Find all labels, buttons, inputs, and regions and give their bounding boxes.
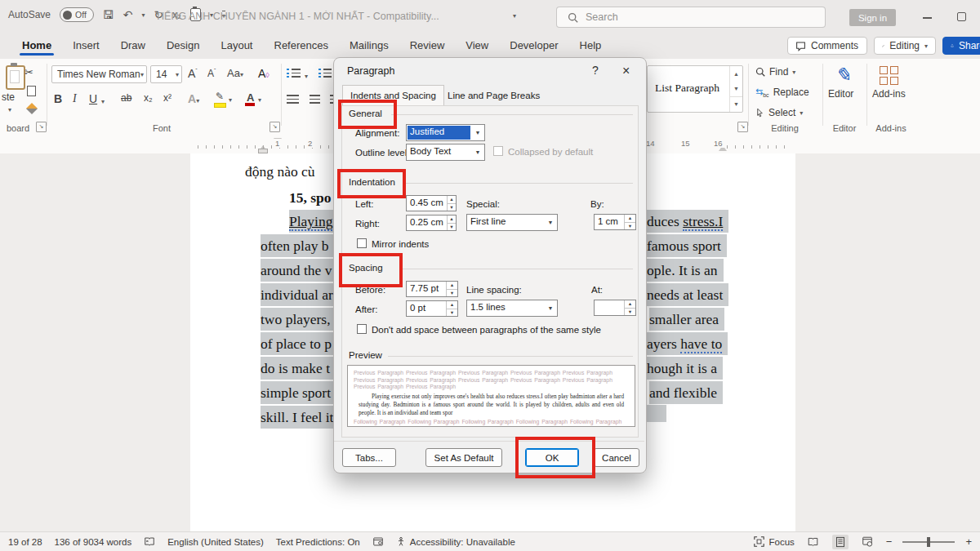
bullets-chevron-icon[interactable]: ▾ <box>305 73 308 80</box>
dont-add-space-checkbox[interactable] <box>357 324 367 334</box>
minimize-icon[interactable] <box>923 17 932 19</box>
tab-layout[interactable]: Layout <box>210 34 263 57</box>
text-effects-icon[interactable]: A▾ <box>188 93 199 104</box>
grow-font-icon[interactable]: Aˆ <box>188 68 198 79</box>
comments-button[interactable]: Comments <box>787 37 867 55</box>
save-icon[interactable]: 🖫︎ <box>103 9 114 20</box>
bullets-icon[interactable] <box>287 69 289 78</box>
font-size-combo[interactable]: 14▾ <box>150 65 182 83</box>
bold-icon[interactable]: B <box>54 93 62 104</box>
find-button[interactable]: Find▾ <box>755 66 795 78</box>
macro-record-icon[interactable] <box>372 536 384 547</box>
by-spinner[interactable]: 1 cm ▲▼ <box>594 214 636 230</box>
zoom-slider[interactable] <box>902 541 955 543</box>
style-gallery-more-icon[interactable]: ▼ <box>730 96 742 112</box>
indent-left-spinner[interactable]: 0.45 cm ▲▼ <box>406 195 457 211</box>
tab-references[interactable]: References <box>264 34 339 57</box>
tab-design[interactable]: Design <box>156 34 210 57</box>
tab-review[interactable]: Review <box>399 34 456 57</box>
style-gallery-scroll[interactable]: ▲ ▼ ▼ <box>729 66 742 112</box>
shrink-font-icon[interactable]: Aˇ <box>207 68 216 78</box>
accessibility-status[interactable]: Accessibility: Unavailable <box>396 536 515 547</box>
style-name[interactable]: List Paragraph <box>655 82 719 95</box>
add-ins-icon[interactable] <box>880 66 898 85</box>
format-painter-icon[interactable] <box>26 103 38 114</box>
word-count-status[interactable]: 136 of 9034 words <box>55 537 132 547</box>
zoom-in-button[interactable]: + <box>965 535 972 548</box>
tab-home[interactable]: Home <box>11 34 62 57</box>
indent-right-spinner[interactable]: 0.25 cm ▲▼ <box>406 215 457 231</box>
numbering-icon[interactable] <box>318 69 321 78</box>
dialog-help-icon[interactable]: ? <box>592 64 599 77</box>
ok-button[interactable]: OK <box>525 448 579 467</box>
highlight-chevron-icon[interactable]: ▾ <box>229 96 232 104</box>
style-gallery[interactable]: List Paragraph ▲ ▼ ▼ <box>647 65 743 113</box>
tab-indents-and-spacing[interactable]: Indents and Spacing <box>342 85 444 107</box>
tab-view[interactable]: View <box>455 34 499 57</box>
copy-icon[interactable] <box>27 86 36 96</box>
proofing-errors-icon[interactable] <box>144 536 155 547</box>
cancel-button[interactable]: Cancel <box>594 448 639 467</box>
special-dropdown[interactable]: First line▼ <box>466 214 558 231</box>
outline-level-dropdown[interactable]: Body Text▼ <box>406 144 485 161</box>
clear-formatting-icon[interactable]: A◊ <box>258 68 270 79</box>
autosave-toggle[interactable]: Off <box>60 7 94 22</box>
at-spinner[interactable]: ▲▼ <box>594 300 636 316</box>
web-layout-icon[interactable] <box>859 535 875 549</box>
paste-button-icon[interactable] <box>6 65 25 90</box>
language-status[interactable]: English (United States) <box>167 537 264 547</box>
change-case-icon[interactable]: Aa▾ <box>227 68 243 78</box>
tab-help[interactable]: Help <box>569 34 612 57</box>
focus-mode-button[interactable]: Focus <box>754 536 794 547</box>
cut-icon[interactable]: ✂︎ <box>24 67 33 78</box>
underline-icon[interactable]: U <box>89 93 97 104</box>
before-spinner[interactable]: 7.75 pt ▲▼ <box>406 281 458 297</box>
search-input[interactable]: Search <box>556 7 826 28</box>
after-spinner[interactable]: 0 pt ▲▼ <box>406 300 458 317</box>
superscript-button-icon[interactable]: x² <box>163 93 172 103</box>
bullets-lines-icon[interactable] <box>292 69 301 78</box>
highlight-color-icon[interactable]: ✎︎ <box>216 91 224 101</box>
tab-developer[interactable]: Developer <box>499 34 568 57</box>
line-spacing-dropdown[interactable]: 1.5 lines▼ <box>466 300 558 317</box>
alignment-dropdown[interactable]: Justified▼ <box>406 124 485 141</box>
select-button[interactable]: Select▾ <box>755 107 803 118</box>
align-left-icon[interactable] <box>287 95 299 104</box>
italic-icon[interactable]: I <box>73 93 77 104</box>
restore-icon[interactable] <box>957 12 966 21</box>
tab-draw[interactable]: Draw <box>110 34 156 57</box>
editing-mode-button[interactable]: Editing ▾ <box>874 37 936 55</box>
style-scroll-up-icon[interactable]: ▲ <box>730 66 742 81</box>
tab-insert[interactable]: Insert <box>62 34 110 57</box>
paste-chevron-icon[interactable]: ▾ <box>8 106 11 113</box>
editor-button-label[interactable]: Editor <box>828 88 853 100</box>
dialog-close-icon[interactable]: × <box>622 64 630 78</box>
mirror-indents-checkbox[interactable] <box>357 238 367 248</box>
set-as-default-button[interactable]: Set As Default <box>425 448 502 467</box>
print-layout-icon[interactable] <box>832 535 849 549</box>
underline-chevron-icon[interactable]: ▾ <box>101 98 105 105</box>
undo-icon[interactable]: ↶ <box>123 9 133 20</box>
font-dialog-launcher[interactable]: ↘ <box>270 122 280 132</box>
font-name-combo[interactable]: Times New Roman▾ <box>51 65 147 83</box>
page-number-status[interactable]: 19 of 28 <box>8 537 42 547</box>
zoom-slider-thumb[interactable] <box>927 537 930 547</box>
numbering-lines-icon[interactable] <box>323 69 332 78</box>
add-ins-button-label[interactable]: Add-ins <box>872 88 906 100</box>
font-color-icon[interactable]: A <box>247 92 254 103</box>
tab-mailings[interactable]: Mailings <box>339 34 399 57</box>
share-button[interactable]: Share <box>942 37 980 55</box>
sign-in-button[interactable]: Sign in <box>849 9 896 26</box>
tabs-button[interactable]: Tabs... <box>342 448 396 467</box>
strikethrough-icon[interactable]: ab <box>121 93 131 103</box>
paste-button-label[interactable]: ste <box>2 91 15 103</box>
align-center-icon[interactable] <box>310 95 320 104</box>
text-predictions-status[interactable]: Text Predictions: On <box>276 537 360 547</box>
editor-icon[interactable]: ✎︎ <box>835 64 851 87</box>
style-scroll-down-icon[interactable]: ▼ <box>730 81 742 96</box>
replace-button[interactable]: ⇆bc Replace <box>755 87 809 98</box>
title-dropdown-icon[interactable]: ▾ <box>513 12 516 20</box>
tab-line-and-page-breaks[interactable]: Line and Page Breaks <box>440 87 547 105</box>
clipboard-dialog-launcher[interactable]: ↘ <box>36 122 47 132</box>
read-mode-icon[interactable] <box>805 535 822 549</box>
